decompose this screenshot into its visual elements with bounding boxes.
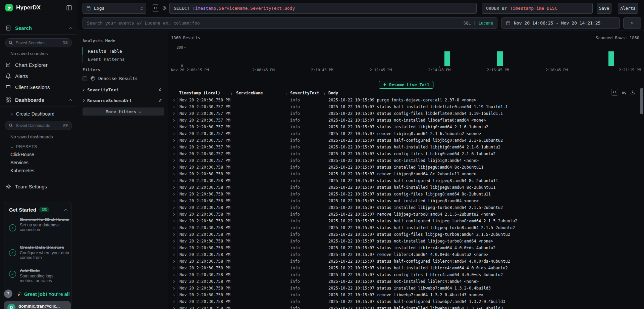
column-header-servicename[interactable]: ServiceName (232, 89, 286, 96)
histogram-bar[interactable] (608, 51, 614, 66)
chevron-up-icon[interactable] (69, 25, 71, 31)
table-row[interactable]: Nov 20 2:20:30.758 PMinfo2025-10-22 10:1… (170, 285, 644, 292)
alerts-button[interactable]: Alerts (618, 3, 638, 14)
expand-row-icon[interactable] (170, 247, 177, 249)
expand-row-icon[interactable] (170, 160, 177, 162)
table-row[interactable]: Nov 20 2:20:30.758 PMinfo2025-10-22 10:1… (170, 251, 644, 258)
user-menu[interactable]: D dominic.tran@clic... dominic.tran@clic… (4, 301, 71, 309)
chevron-up-icon[interactable] (65, 207, 67, 213)
sql-mode-toggle-icon[interactable] (152, 4, 159, 12)
expand-row-icon[interactable] (170, 187, 177, 188)
expand-row-icon[interactable] (170, 180, 177, 182)
source-select[interactable]: Logs (83, 3, 146, 14)
expand-row-icon[interactable] (170, 133, 177, 135)
query-settings-icon[interactable] (162, 5, 167, 11)
table-row[interactable]: Nov 20 2:20:30.757 PMinfo2025-10-22 10:1… (170, 144, 644, 150)
pin-icon[interactable] (158, 98, 162, 103)
preset-item[interactable]: ClickHouse (0, 150, 77, 159)
expand-row-icon[interactable] (170, 294, 177, 296)
sidebar-item-dashboards[interactable]: Dashboards (0, 95, 77, 105)
expand-row-icon[interactable] (170, 220, 177, 222)
expand-row-icon[interactable] (170, 281, 177, 282)
expand-row-icon[interactable] (170, 120, 177, 121)
table-row[interactable]: Nov 20 2:20:30.757 PMinfo2025-10-22 10:1… (170, 137, 644, 144)
order-by-input[interactable]: ORDER BY TimestampTime DESC (482, 3, 593, 14)
sidebar-item-search[interactable]: Search (0, 23, 77, 33)
expand-row-icon[interactable] (170, 106, 177, 108)
table-row[interactable]: Nov 20 2:20:30.757 PMinfo2025-10-22 10:1… (170, 124, 644, 130)
date-range-picker[interactable]: Nov 20 14:06:25 - Nov 20 14:21:25 (501, 17, 620, 29)
table-row[interactable]: Nov 20 2:20:30.758 PMinfo2025-10-22 10:1… (170, 218, 644, 224)
table-row[interactable]: Nov 20 2:20:30.758 PMinfo2025-10-22 10:1… (170, 184, 644, 191)
select-clause-input[interactable]: SELECTTimestamp,ServiceName,SeverityText… (169, 3, 477, 14)
table-row[interactable]: Nov 20 2:20:30.758 PMinfo2025-10-22 10:1… (170, 238, 644, 245)
table-row[interactable]: Nov 20 2:20:30.758 PMinfo2025-10-22 10:1… (170, 224, 644, 231)
get-started-header[interactable]: Get Started 3/3 (9, 207, 67, 213)
histogram-bar[interactable] (444, 51, 450, 66)
help-button[interactable]: ? (4, 290, 12, 298)
expand-row-icon[interactable] (170, 99, 177, 101)
expand-row-icon[interactable] (170, 200, 177, 202)
expand-row-icon[interactable] (170, 214, 177, 215)
logo[interactable]: HyperDX (5, 4, 41, 11)
table-row[interactable]: Nov 20 2:20:30.758 PMinfo2025-10-22 10:1… (170, 171, 644, 177)
expand-row-icon[interactable] (170, 173, 177, 175)
column-header-timestamp[interactable]: Timestamp (Local) (177, 89, 232, 96)
table-row[interactable]: Nov 20 2:20:30.758 PMinfo2025-10-22 10:1… (170, 292, 644, 298)
expand-row-icon[interactable] (170, 140, 177, 141)
expand-row-icon[interactable] (170, 126, 177, 128)
expand-row-icon[interactable] (170, 240, 177, 242)
analysis-mode-results-table[interactable]: Results Table (83, 47, 156, 55)
expand-row-icon[interactable] (170, 274, 177, 276)
expand-row-icon[interactable] (170, 227, 177, 229)
table-row[interactable]: Nov 20 2:20:30.757 PMinfo2025-10-22 10:1… (170, 130, 644, 137)
table-row[interactable]: Nov 20 2:20:30.758 PMinfo2025-10-22 10:1… (170, 298, 644, 305)
table-row[interactable]: Nov 20 2:20:30.757 PMinfo2025-10-22 10:1… (170, 157, 644, 164)
expand-row-icon[interactable] (170, 234, 177, 235)
table-row[interactable]: Nov 20 2:20:30.758 PMinfo2025-10-22 10:1… (170, 97, 644, 103)
preset-item[interactable]: Services (0, 159, 77, 167)
table-row[interactable]: Nov 20 2:20:30.758 PMinfo2025-10-22 10:1… (170, 271, 644, 278)
sidebar-collapse-icon[interactable] (66, 5, 72, 11)
create-dashboard-button[interactable]: + Create Dashboard (10, 111, 54, 117)
expand-row-icon[interactable] (170, 193, 177, 195)
saved-searches-input[interactable]: Saved Searches ⌘K (5, 38, 72, 47)
sql-toggle[interactable]: SQL (464, 21, 471, 26)
denoise-results-toggle[interactable]: Denoise Results (83, 76, 138, 81)
table-row[interactable]: Nov 20 2:20:30.758 PMinfo2025-10-22 10:1… (170, 164, 644, 171)
table-row[interactable]: Nov 20 2:20:30.758 PMinfo2025-10-22 10:1… (170, 265, 644, 271)
table-row[interactable]: Nov 20 2:20:30.757 PMinfo2025-10-22 10:1… (170, 103, 644, 110)
table-row[interactable]: Nov 20 2:20:30.758 PMinfo2025-10-22 10:1… (170, 278, 644, 285)
table-row[interactable]: Nov 20 2:20:30.758 PMinfo2025-10-22 10:1… (170, 191, 644, 197)
expand-row-icon[interactable] (170, 207, 177, 209)
expand-row-icon[interactable] (170, 301, 177, 303)
resume-live-tail-button[interactable]: Resume Live Tail (379, 81, 433, 89)
table-row[interactable]: Nov 20 2:20:30.757 PMinfo2025-10-22 10:1… (170, 150, 644, 157)
save-button[interactable]: Save (597, 3, 611, 14)
table-row[interactable]: Nov 20 2:20:30.758 PMinfo2025-10-22 10:1… (170, 204, 644, 211)
chevron-up-icon[interactable] (69, 97, 71, 103)
vertical-scrollbar[interactable] (640, 88, 643, 114)
search-input[interactable]: Search your events w/ Lucene ex. column:… (83, 17, 497, 29)
run-query-button[interactable]: ▷ (623, 17, 641, 29)
expand-row-icon[interactable] (170, 261, 177, 262)
expand-row-icon[interactable] (170, 267, 177, 269)
table-row[interactable]: Nov 20 2:20:30.758 PMinfo2025-10-22 10:1… (170, 305, 644, 309)
preset-item[interactable]: Kubernetes (0, 167, 77, 175)
analysis-mode-event-patterns[interactable]: Event Patterns (83, 55, 156, 63)
pin-icon[interactable] (158, 88, 162, 92)
sidebar-item-team-settings[interactable]: Team Settings (0, 182, 77, 191)
table-row[interactable]: Nov 20 2:20:30.758 PMinfo2025-10-22 10:1… (170, 197, 644, 204)
presets-toggle[interactable]: PRESETS (11, 144, 37, 149)
saved-dashboards-input[interactable]: Saved Dashboards ⌘K (5, 121, 72, 130)
filter-group-resourceschemaurl[interactable]: ResourceSchemaUrl (83, 96, 162, 105)
more-filters-button[interactable]: More filters (83, 107, 164, 116)
table-row[interactable]: Nov 20 2:20:30.758 PMinfo2025-10-22 10:1… (170, 231, 644, 238)
sidebar-item-chart-explorer[interactable]: Chart Explorer (0, 60, 77, 69)
table-row[interactable]: Nov 20 2:20:30.758 PMinfo2025-10-22 10:1… (170, 258, 644, 265)
table-row[interactable]: Nov 20 2:20:30.758 PMinfo2025-10-22 10:1… (170, 177, 644, 184)
expand-row-icon[interactable] (170, 288, 177, 289)
table-row[interactable]: Nov 20 2:20:30.758 PMinfo2025-10-22 10:1… (170, 245, 644, 251)
expand-row-icon[interactable] (170, 153, 177, 155)
sidebar-item-client-sessions[interactable]: Client Sessions (0, 83, 77, 91)
